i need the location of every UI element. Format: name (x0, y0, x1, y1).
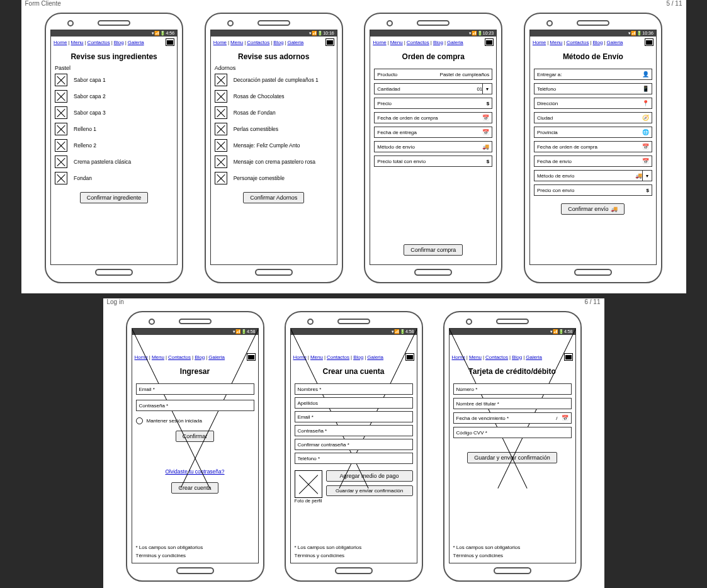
nav-blog[interactable]: Blog (353, 354, 363, 360)
apellidos-field[interactable]: Apellidos (295, 397, 413, 409)
guardar-enviar-button[interactable]: Guardar y enviar confirmación (326, 485, 413, 496)
checkbox[interactable] (55, 123, 67, 135)
precio-total-field[interactable]: Precio total con envío (374, 155, 492, 167)
guardar-enviar-button[interactable]: Guardar y enviar confirmación (467, 452, 557, 463)
fecha-envio-field[interactable]: Fecha de envío (534, 155, 652, 167)
checkbox[interactable] (55, 74, 67, 86)
checkbox[interactable] (55, 106, 67, 119)
vencimiento-field[interactable]: Fecha de vencimiento */ (453, 412, 572, 424)
checkbox[interactable] (55, 139, 67, 152)
nav-galeria[interactable]: Galeria (128, 40, 144, 45)
foto-perfil-placeholder[interactable] (295, 470, 322, 498)
cart-icon[interactable] (325, 38, 334, 46)
email-field[interactable]: Email * (136, 383, 254, 395)
nav-menu[interactable]: Menu (310, 354, 323, 360)
nav-home[interactable]: Home (452, 354, 465, 360)
fecha-orden-field[interactable]: Fecha de orden de compra (534, 141, 652, 152)
nav-contactos[interactable]: Contactos (88, 40, 110, 45)
ciudad-field[interactable]: Ciudad (534, 112, 652, 123)
nav-galeria[interactable]: Galeria (607, 40, 623, 45)
nav-home[interactable]: Home (533, 40, 546, 45)
checkbox[interactable] (215, 90, 227, 103)
checkbox[interactable] (215, 172, 227, 184)
nombres-field[interactable]: Nombres * (295, 383, 413, 395)
nav-home[interactable]: Home (373, 40, 386, 45)
nav-blog[interactable]: Blog (593, 40, 603, 45)
nav-menu[interactable]: Menu (71, 40, 84, 45)
nav-home[interactable]: Home (213, 40, 227, 45)
nav-home[interactable]: Home (135, 354, 148, 360)
checkbox[interactable] (55, 90, 67, 103)
nav-menu[interactable]: Menu (390, 40, 403, 45)
fecha-orden-field[interactable]: Fecha de orden de compra (374, 112, 492, 123)
confirmar-button[interactable]: Confirmar (176, 431, 215, 442)
telefono-field[interactable]: Teléfono (534, 83, 652, 94)
checkbox[interactable] (215, 74, 227, 86)
provincia-field[interactable]: Provincia (534, 127, 652, 138)
terms-link[interactable]: Términos y condicines (136, 552, 203, 560)
nav-menu[interactable]: Menu (152, 354, 164, 360)
nav-blog[interactable]: Blog (114, 40, 124, 45)
titular-field[interactable]: Nombre del titular * (453, 398, 572, 409)
nav-menu[interactable]: Menu (230, 40, 243, 45)
precio-envio-field[interactable]: Precio con envío (534, 184, 652, 196)
nav-galeria[interactable]: Galeria (526, 354, 542, 360)
dropdown-icon[interactable] (642, 171, 652, 181)
nav-contactos[interactable]: Contactos (168, 354, 191, 360)
email-field[interactable]: Email * (295, 411, 413, 422)
cart-icon[interactable] (247, 353, 256, 361)
contrasena-field[interactable]: Contraseña * (295, 425, 413, 436)
nav-galeria[interactable]: Galeria (367, 354, 383, 360)
checkbox[interactable] (215, 123, 227, 135)
dropdown-icon[interactable] (482, 84, 492, 94)
checkbox[interactable] (55, 172, 67, 184)
nav-menu[interactable]: Menu (550, 40, 562, 45)
nav-galeria[interactable]: Galeria (447, 40, 463, 45)
confirmar-adornos-button[interactable]: Confirmar Adornos (243, 192, 304, 203)
nav-galeria[interactable]: Galeria (208, 354, 225, 360)
cart-icon[interactable] (485, 38, 494, 46)
numero-field[interactable]: Número * (453, 383, 572, 395)
olvidaste-link[interactable]: Olvidaste tu contraseña? (165, 468, 224, 475)
metodo-envio-field[interactable]: Método de envío (374, 141, 492, 152)
cart-icon[interactable] (645, 38, 653, 46)
terms-link[interactable]: Términos y condicines (453, 552, 521, 560)
cart-icon[interactable] (405, 353, 414, 361)
nav-blog[interactable]: Blog (195, 354, 205, 360)
nav-galeria[interactable]: Galeria (287, 40, 303, 45)
checkbox[interactable] (215, 155, 227, 168)
nav-home[interactable]: Home (54, 40, 67, 45)
producto-field[interactable]: ProductoPastel de cumpleaños (374, 69, 492, 80)
cantidad-field[interactable]: Cantiadad01 (374, 83, 492, 94)
precio-field[interactable]: Precio (374, 98, 492, 109)
nav-contactos[interactable]: Contactos (407, 40, 429, 45)
direccion-field[interactable]: Dirección (534, 98, 652, 109)
checkbox[interactable] (215, 139, 227, 152)
nav-contactos[interactable]: Contactos (566, 40, 589, 45)
nav-blog[interactable]: Blog (433, 40, 443, 45)
checkbox[interactable] (55, 155, 67, 168)
password-field[interactable]: Contraseña * (136, 400, 254, 411)
nav-blog[interactable]: Blog (512, 354, 522, 360)
nav-blog[interactable]: Blog (273, 40, 283, 45)
terms-link[interactable]: Términos y condicines (295, 552, 362, 560)
nav-home[interactable]: Home (293, 354, 307, 360)
remember-radio[interactable] (136, 417, 143, 424)
metodo-field[interactable]: Método de envío (534, 170, 652, 181)
agregar-medio-pago-button[interactable]: Agregar medio de pago (326, 470, 413, 482)
cart-icon[interactable] (564, 353, 573, 361)
nav-menu[interactable]: Menu (469, 354, 482, 360)
confirmar-contrasena-field[interactable]: Confirmar contraseña * (295, 439, 413, 450)
entregar-field[interactable]: Entregar a: (534, 69, 652, 80)
cart-icon[interactable] (166, 38, 174, 46)
confirmar-ingrediente-button[interactable]: Confirmar ingrediente (80, 192, 149, 203)
confirmar-compra-button[interactable]: Confirmar compra (404, 244, 463, 256)
nav-contactos[interactable]: Contactos (247, 40, 269, 45)
nav-contactos[interactable]: Contactos (327, 354, 349, 360)
checkbox[interactable] (215, 106, 227, 119)
fecha-entrega-field[interactable]: Fecha de entrega (374, 127, 492, 138)
crear-cuenta-button[interactable]: Crear cuenta (171, 482, 218, 494)
telefono-field[interactable]: Teléfono * (295, 453, 413, 464)
confirmar-envio-button[interactable]: Confirmar envío (561, 203, 625, 215)
cvv-field[interactable]: Código CVV * (453, 427, 572, 438)
